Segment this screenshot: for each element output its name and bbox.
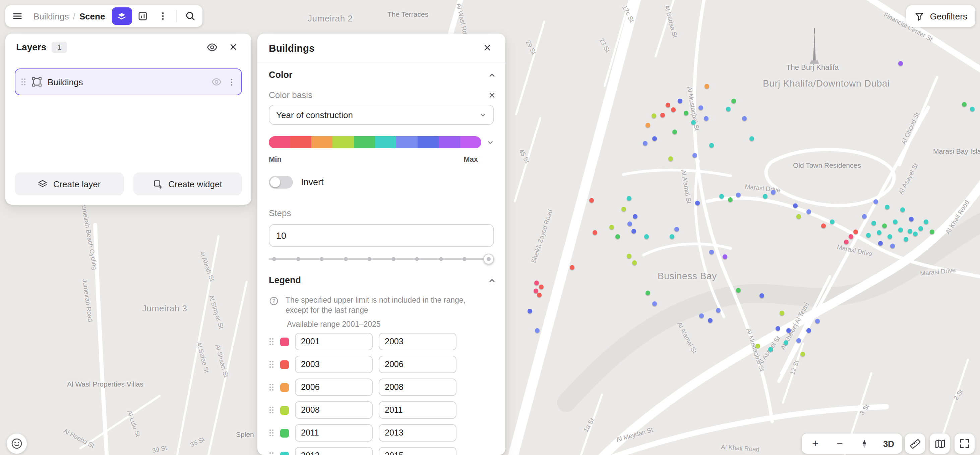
slider-step-dot[interactable]: [272, 257, 276, 261]
building-point[interactable]: [907, 228, 912, 233]
building-point[interactable]: [796, 214, 801, 219]
geofilters-button[interactable]: Geofilters: [907, 5, 975, 27]
building-point[interactable]: [862, 214, 866, 219]
main-menu-button[interactable]: [8, 7, 27, 25]
legend-range-from-input[interactable]: [295, 401, 373, 419]
building-point[interactable]: [736, 287, 740, 292]
building-point[interactable]: [871, 220, 876, 225]
slider-step-dot[interactable]: [391, 257, 396, 261]
building-point[interactable]: [535, 328, 539, 332]
building-point[interactable]: [762, 193, 767, 198]
building-point[interactable]: [644, 234, 649, 239]
layer-item-buildings[interactable]: Buildings: [15, 69, 242, 95]
layer-menu-button[interactable]: [227, 78, 236, 86]
building-point[interactable]: [775, 326, 780, 330]
building-point[interactable]: [533, 288, 538, 293]
building-point[interactable]: [918, 226, 923, 230]
building-point[interactable]: [913, 231, 917, 236]
building-point[interactable]: [665, 102, 670, 107]
building-point[interactable]: [900, 207, 905, 212]
building-point[interactable]: [722, 254, 727, 259]
building-point[interactable]: [843, 239, 848, 244]
building-point[interactable]: [536, 292, 541, 297]
slider-step-dot[interactable]: [487, 257, 491, 261]
building-point[interactable]: [892, 219, 897, 224]
slider-step-dot[interactable]: [439, 257, 443, 261]
drag-handle-icon[interactable]: [21, 78, 26, 86]
legend-range-to-input[interactable]: [379, 401, 457, 419]
widgets-panel-button[interactable]: [133, 7, 152, 25]
building-point[interactable]: [651, 113, 656, 118]
building-point[interactable]: [627, 221, 632, 226]
building-point[interactable]: [592, 230, 597, 235]
legend-color-swatch[interactable]: [280, 383, 289, 391]
legend-color-swatch[interactable]: [280, 428, 289, 437]
building-point[interactable]: [759, 293, 764, 298]
legend-color-swatch[interactable]: [280, 451, 289, 455]
building-point[interactable]: [829, 219, 834, 224]
slider-step-dot[interactable]: [415, 257, 419, 261]
building-point[interactable]: [698, 105, 703, 110]
toggle-all-visibility-button[interactable]: [203, 38, 221, 56]
legend-range-to-input[interactable]: [379, 447, 457, 455]
building-point[interactable]: [793, 203, 797, 208]
zoom-out-button[interactable]: −: [829, 434, 851, 453]
building-point[interactable]: [885, 204, 889, 209]
building-point[interactable]: [652, 301, 657, 306]
building-point[interactable]: [683, 110, 688, 115]
building-point[interactable]: [736, 192, 740, 197]
building-point[interactable]: [898, 61, 902, 65]
legend-range-to-input[interactable]: [379, 424, 457, 442]
compass-button[interactable]: [853, 434, 876, 453]
color-section-header[interactable]: Color: [269, 70, 496, 80]
search-button[interactable]: [181, 7, 199, 25]
building-point[interactable]: [621, 206, 626, 211]
legend-range-to-input[interactable]: [379, 356, 457, 373]
building-point[interactable]: [887, 234, 892, 239]
building-point[interactable]: [645, 290, 650, 295]
clear-color-basis-button[interactable]: [488, 91, 496, 99]
building-point[interactable]: [589, 198, 593, 202]
steps-slider[interactable]: [269, 254, 494, 264]
building-point[interactable]: [866, 233, 870, 237]
building-point[interactable]: [908, 216, 913, 221]
more-options-button[interactable]: [153, 7, 172, 25]
building-point[interactable]: [570, 265, 574, 270]
create-layer-button[interactable]: Create layer: [15, 172, 124, 195]
building-point[interactable]: [709, 143, 714, 147]
building-point[interactable]: [929, 229, 934, 234]
steps-input[interactable]: [269, 224, 494, 247]
building-point[interactable]: [627, 253, 631, 258]
building-point[interactable]: [539, 284, 543, 289]
building-point[interactable]: [695, 200, 700, 205]
building-point[interactable]: [821, 223, 826, 228]
building-point[interactable]: [755, 343, 760, 348]
legend-range-from-input[interactable]: [295, 424, 373, 442]
legend-range-to-input[interactable]: [379, 333, 457, 350]
building-point[interactable]: [672, 129, 677, 134]
slider-step-dot[interactable]: [344, 257, 348, 261]
building-point[interactable]: [709, 249, 714, 254]
drag-handle-icon[interactable]: [269, 406, 274, 414]
measure-tool-button[interactable]: [905, 434, 925, 453]
create-widget-button[interactable]: Create widget: [133, 172, 242, 195]
legend-range-from-input[interactable]: [295, 356, 373, 373]
slider-step-dot[interactable]: [463, 257, 467, 261]
layers-panel-button[interactable]: [111, 7, 132, 25]
slider-step-dot[interactable]: [296, 257, 300, 261]
style-panel-close-button[interactable]: [479, 39, 496, 56]
building-point[interactable]: [674, 227, 679, 231]
building-point[interactable]: [631, 228, 636, 233]
fullscreen-button[interactable]: [955, 434, 975, 453]
building-point[interactable]: [898, 227, 902, 232]
building-point[interactable]: [742, 116, 746, 120]
drag-handle-icon[interactable]: [269, 429, 274, 437]
building-point[interactable]: [903, 236, 908, 241]
building-point[interactable]: [719, 193, 724, 198]
building-point[interactable]: [848, 234, 853, 239]
building-point[interactable]: [779, 310, 784, 315]
building-point[interactable]: [677, 98, 682, 103]
building-point[interactable]: [645, 123, 650, 127]
building-point[interactable]: [692, 153, 697, 157]
building-point[interactable]: [691, 120, 695, 125]
